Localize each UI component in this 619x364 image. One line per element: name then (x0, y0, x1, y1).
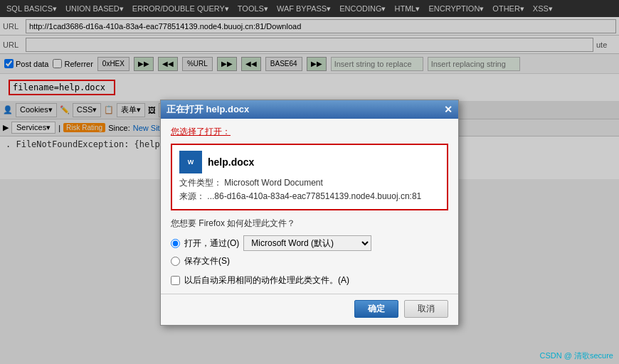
file-info-box: W help.docx 文件类型： Microsoft Word Documen… (171, 144, 448, 210)
file-name-text: help.docx (208, 156, 254, 168)
file-type-icon: W (179, 151, 202, 173)
open-radio-row: 打开，通过(O) Microsoft Word (默认) (171, 235, 448, 251)
app-select[interactable]: Microsoft Word (默认) (243, 235, 371, 251)
auto-label: 以后自动采用相同的动作处理此类文件。(A) (184, 274, 349, 287)
radio-group: 打开，通过(O) Microsoft Word (默认) 保存文件(S) (171, 235, 448, 267)
dialog-question: 您想要 Firefox 如何处理此文件？ (171, 218, 448, 230)
file-type-label: 文件类型： (179, 178, 222, 188)
cancel-button[interactable]: 取消 (404, 300, 448, 318)
dialog-hint: 您选择了打开： (171, 126, 448, 138)
auto-checkbox[interactable] (171, 276, 180, 285)
file-meta: 文件类型： Microsoft Word Document 来源： ...86-… (179, 176, 440, 203)
source-label: 来源： (179, 191, 205, 201)
watermark: CSDN @ 清歌secure (540, 350, 614, 361)
file-type-value: Microsoft Word Document (224, 178, 323, 188)
dialog-footer: 确定 取消 (161, 294, 458, 325)
file-open-dialog: 正在打开 help.docx ✕ 您选择了打开： W help.docx 文件类… (160, 100, 459, 326)
watermark-name: 清歌secure (574, 351, 613, 360)
save-radio[interactable] (171, 257, 180, 266)
open-radio[interactable] (171, 239, 180, 248)
open-label: 打开，通过(O) (184, 237, 239, 250)
dialog-body: 您选择了打开： W help.docx 文件类型： Microsoft Word… (161, 119, 458, 294)
file-icon-row: W help.docx (179, 151, 440, 173)
watermark-prefix: CSDN @ (540, 351, 572, 360)
confirm-button[interactable]: 确定 (354, 300, 398, 318)
save-radio-row: 保存文件(S) (171, 255, 448, 267)
dialog-overlay: 正在打开 help.docx ✕ 您选择了打开： W help.docx 文件类… (0, 0, 619, 364)
dialog-title: 正在打开 help.docx (166, 103, 249, 116)
save-label: 保存文件(S) (184, 255, 230, 267)
auto-checkbox-row: 以后自动采用相同的动作处理此类文件。(A) (171, 274, 448, 287)
dialog-close-button[interactable]: ✕ (444, 104, 453, 115)
dialog-titlebar: 正在打开 help.docx ✕ (161, 100, 458, 119)
source-value: ...86-d16a-410a-83a4-eac778514139.node4.… (207, 191, 421, 201)
